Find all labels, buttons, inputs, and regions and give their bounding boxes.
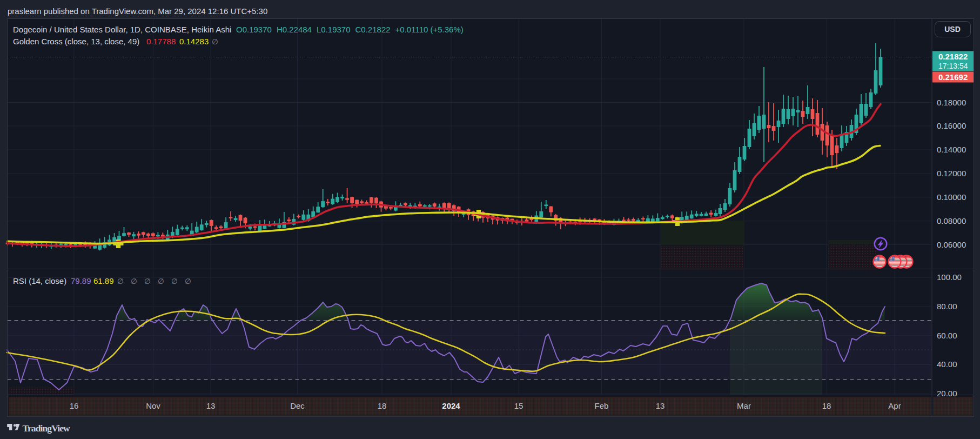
- svg-text:0.21692: 0.21692: [938, 72, 968, 82]
- svg-text:18: 18: [822, 401, 831, 410]
- svg-text:18: 18: [378, 401, 387, 410]
- svg-text:∅: ∅: [144, 277, 151, 285]
- svg-text:0.14000: 0.14000: [937, 145, 966, 154]
- svg-text:60.00: 60.00: [937, 331, 957, 340]
- svg-text:0.06000: 0.06000: [937, 240, 966, 249]
- svg-text:13: 13: [206, 401, 216, 410]
- svg-text:100.00: 100.00: [937, 272, 962, 282]
- svg-text:∅: ∅: [171, 277, 178, 285]
- svg-text:praslearn published on Trading: praslearn published on TradingView.com, …: [8, 6, 267, 16]
- svg-text:O0.19370H0.22484L0.19370C0.218: O0.19370H0.22484L0.19370C0.21822+0.01110…: [236, 25, 464, 34]
- svg-text:20.00: 20.00: [937, 389, 957, 398]
- svg-text:0.14283: 0.14283: [179, 37, 209, 46]
- svg-text:Mar: Mar: [737, 401, 751, 410]
- svg-text:∅: ∅: [131, 277, 137, 285]
- svg-text:0.18000: 0.18000: [937, 98, 966, 107]
- svg-text:0.12000: 0.12000: [937, 169, 966, 178]
- svg-text:0.08000: 0.08000: [937, 216, 966, 225]
- svg-text:13: 13: [656, 401, 665, 410]
- svg-text:16: 16: [70, 401, 79, 410]
- svg-text:RSI (14, close): RSI (14, close): [13, 276, 66, 285]
- svg-text:79.89: 79.89: [71, 276, 91, 285]
- svg-text:0.16000: 0.16000: [937, 121, 966, 130]
- svg-text:40.00: 40.00: [937, 360, 957, 369]
- svg-text:2024: 2024: [442, 401, 460, 410]
- svg-text:∅: ∅: [158, 277, 164, 285]
- svg-text:Apr: Apr: [888, 401, 901, 410]
- svg-text:USD: USD: [944, 25, 961, 34]
- svg-text:Dogecoin / United States Dolla: Dogecoin / United States Dollar, 1D, COI…: [13, 25, 231, 34]
- svg-text:61.89: 61.89: [93, 276, 114, 285]
- svg-text:∅: ∅: [212, 38, 218, 46]
- svg-text:0.10000: 0.10000: [937, 192, 966, 202]
- svg-text:∅: ∅: [185, 277, 191, 285]
- svg-text:TradingView: TradingView: [23, 423, 71, 434]
- svg-text:Feb: Feb: [595, 401, 609, 410]
- svg-text:0.21822: 0.21822: [938, 52, 968, 61]
- svg-text:Nov: Nov: [146, 401, 160, 410]
- svg-text:Dec: Dec: [290, 401, 305, 410]
- svg-text:0.17788: 0.17788: [146, 37, 176, 46]
- svg-text:15: 15: [514, 401, 523, 410]
- svg-text:Golden Cross (close, 13, close: Golden Cross (close, 13, close, 49): [13, 37, 139, 46]
- svg-text:∅: ∅: [117, 277, 124, 285]
- svg-text:17:13:54: 17:13:54: [938, 62, 968, 70]
- svg-text:80.00: 80.00: [937, 302, 957, 311]
